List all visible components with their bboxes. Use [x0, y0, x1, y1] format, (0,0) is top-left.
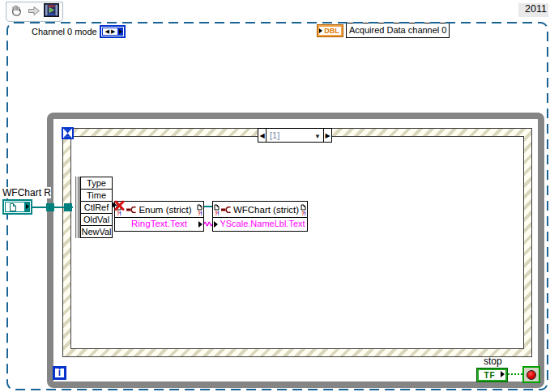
property-yscale[interactable]: YScale.NameLbl.Text [213, 218, 307, 231]
class-glyph-icon [126, 207, 137, 213]
event-data-field-ctlref[interactable]: CtlRef [80, 201, 113, 214]
event-structure-border[interactable] [62, 128, 532, 357]
tf-output-arrow [501, 371, 505, 377]
boolean-wire[interactable] [508, 373, 522, 375]
event-data-field-time[interactable]: Time [80, 189, 113, 202]
property-node-wfchart[interactable]: ?! WFChart (strict) ?! YScale.NameLbl.Te… [212, 201, 308, 232]
dbl-terminal[interactable]: DBL [317, 24, 343, 37]
labview-block-diagram: 2011 Channel 0 mode ◀▶ DBL Acquired Data… [0, 0, 550, 392]
broken-wire-squiggle [204, 220, 212, 228]
error-out-icon: ?! [196, 204, 203, 215]
year-label: 2011 [518, 3, 548, 17]
event-case-selector[interactable]: ◀ [1]▼ ▶ [258, 128, 332, 143]
event-data-field-oldval[interactable]: OldVal [80, 213, 113, 226]
ref-output-arrow [26, 204, 29, 209]
property-output-arrow [198, 221, 203, 228]
tools-palette [6, 2, 63, 22]
stop-boolean-terminal[interactable]: TF [476, 368, 508, 382]
property-input-arrow [214, 221, 218, 228]
select-arrow-icon[interactable] [28, 5, 41, 19]
case-label: [1] [270, 130, 279, 140]
error-out-icon: ?! [300, 204, 307, 215]
loop-tunnel[interactable] [46, 203, 54, 211]
case-dropdown-icon[interactable]: ▼ [314, 133, 321, 140]
event-data-field-newval[interactable]: NewVal [80, 225, 113, 238]
event-data-field-type[interactable]: Type [80, 177, 113, 190]
refnum-page-icon [10, 203, 24, 211]
property-node-enum[interactable]: ?! Enum (strict) ?! RingText.Text [114, 201, 204, 232]
event-timeout-icon[interactable] [62, 127, 74, 139]
node-link-wire[interactable] [204, 206, 212, 207]
vi-icon[interactable] [44, 3, 59, 20]
next-case-arrow[interactable]: ▶ [324, 129, 331, 142]
event-dynamic-terminal[interactable] [64, 203, 72, 211]
event-structure-content [70, 136, 524, 349]
loop-iteration-terminal[interactable]: i [53, 366, 66, 380]
enum-terminal[interactable]: ◀▶ [100, 25, 126, 38]
pan-hand-icon[interactable] [10, 3, 23, 20]
acquired-data-label: Acquired Data channel 0 [346, 23, 450, 38]
error-in-icon: ?! [213, 204, 220, 215]
prev-case-arrow[interactable]: ◀ [258, 129, 266, 142]
property-ringtext[interactable]: RingText.Text [115, 218, 203, 231]
loop-condition-terminal[interactable] [522, 366, 540, 383]
class-glyph-icon [221, 207, 232, 213]
stop-label: stop [484, 356, 502, 367]
enum-arrows-icon: ◀▶ [103, 28, 117, 35]
wfchart-ref-label: WFChart R [2, 187, 51, 198]
broken-wire-x-icon[interactable] [114, 199, 125, 211]
stop-button-icon [527, 370, 536, 380]
wfchart-ref-terminal[interactable] [2, 199, 32, 215]
enum-output-arrow [119, 29, 122, 34]
channel-mode-label: Channel 0 mode [32, 27, 97, 36]
